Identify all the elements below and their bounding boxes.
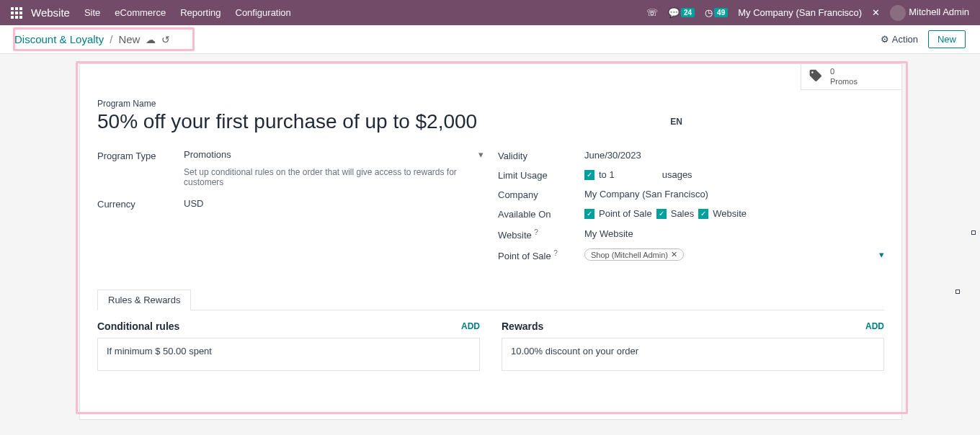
available-sales-checkbox[interactable]: ✓ [656, 209, 667, 219]
chevron-down-icon[interactable]: ▾ [879, 249, 884, 260]
app-brand[interactable]: Website [31, 6, 70, 19]
avatar [890, 5, 906, 21]
breadcrumb-separator: / [110, 33, 112, 45]
resize-handle[interactable] [956, 290, 960, 294]
nav-reporting[interactable]: Reporting [180, 7, 220, 18]
nav-configuration[interactable]: Configuration [236, 7, 291, 18]
new-button[interactable]: New [928, 30, 966, 48]
limit-usages-text: usages [662, 169, 692, 180]
available-pos-checkbox[interactable]: ✓ [584, 209, 594, 219]
pos-tag[interactable]: Shop (Mitchell Admin) ✕ [584, 248, 684, 261]
validity-field[interactable]: June/30/2023 [584, 149, 884, 161]
company-field[interactable]: My Company (San Francisco) [584, 188, 884, 200]
discard-icon[interactable]: ↺ [161, 34, 170, 45]
limit-usage-label: Limit Usage [498, 169, 584, 181]
stat-promos[interactable]: 0 Promos [801, 64, 901, 90]
available-on-label: Available On [498, 207, 584, 220]
resize-handle[interactable] [971, 230, 976, 235]
website-field[interactable]: My Website [584, 227, 884, 241]
gear-icon: ⚙ [881, 34, 889, 45]
limit-usage-checkbox[interactable]: ✓ [584, 170, 594, 180]
help-icon[interactable]: ? [553, 249, 558, 257]
activities-icon[interactable]: ◷49 [705, 7, 728, 18]
language-indicator[interactable]: EN [670, 117, 682, 127]
action-menu[interactable]: ⚙ Action [881, 34, 918, 45]
add-rule-button[interactable]: ADD [461, 321, 480, 331]
program-type-desc: Set up conditional rules on the order th… [184, 167, 484, 187]
company-switcher[interactable]: My Company (San Francisco) [738, 7, 862, 18]
messages-icon[interactable]: 💬24 [668, 7, 695, 18]
form-sheet: 0 Promos Program Name 50% off your first… [79, 63, 902, 420]
breadcrumb: Discount & Loyalty / New ☁ ↺ [14, 33, 170, 45]
program-name-input[interactable]: 50% off your first purchase of up to $2,… [97, 110, 477, 133]
stat-count: 0 [830, 67, 858, 76]
breadcrumb-current: New [118, 33, 140, 45]
tab-rules-rewards[interactable]: Rules & Rewards [97, 290, 191, 310]
phone-icon[interactable]: ☏ [646, 7, 658, 18]
nav-ecommerce[interactable]: eCommerce [115, 7, 166, 18]
apps-grid-icon[interactable] [11, 7, 22, 19]
add-reward-button[interactable]: ADD [865, 321, 884, 331]
rewards-title: Rewards [502, 320, 543, 332]
company-label: Company [498, 188, 584, 200]
remove-tag-icon[interactable]: ✕ [671, 250, 677, 259]
chevron-down-icon: ▾ [478, 149, 484, 160]
activities-badge: 49 [714, 8, 728, 17]
tag-icon [808, 68, 823, 86]
user-menu[interactable]: Mitchell Admin [890, 5, 969, 21]
rule-card[interactable]: If minimum $ 50.00 spent [97, 338, 480, 371]
reward-card[interactable]: 10.00% discount on your order [502, 338, 884, 371]
program-type-select[interactable]: Promotions▾ [184, 149, 484, 160]
pos-field[interactable]: Shop (Mitchell Admin) ✕ ▾ [584, 248, 884, 261]
validity-label: Validity [498, 149, 584, 161]
control-bar: Discount & Loyalty / New ☁ ↺ ⚙ Action Ne… [0, 25, 980, 54]
website-label: Website ? [498, 227, 584, 241]
available-website-checkbox[interactable]: ✓ [698, 209, 708, 219]
tools-icon[interactable]: ✕ [872, 7, 880, 18]
top-navbar: Website Site eCommerce Reporting Configu… [0, 0, 980, 25]
currency-label: Currency [97, 197, 184, 210]
nav-site[interactable]: Site [84, 7, 100, 18]
currency-field[interactable]: USD [184, 197, 484, 210]
program-type-label: Program Type [97, 149, 184, 187]
tabs: Rules & Rewards [97, 290, 884, 310]
conditional-rules-title: Conditional rules [97, 320, 179, 332]
program-name-label: Program Name [97, 99, 884, 109]
breadcrumb-root[interactable]: Discount & Loyalty [14, 33, 104, 45]
pos-label: Point of Sale ? [498, 248, 584, 261]
messages-badge: 24 [681, 8, 695, 17]
stat-label: Promos [830, 77, 858, 86]
help-icon[interactable]: ? [534, 228, 538, 236]
cloud-save-icon[interactable]: ☁ [146, 34, 156, 45]
limit-to-text[interactable]: to 1 [599, 169, 615, 180]
